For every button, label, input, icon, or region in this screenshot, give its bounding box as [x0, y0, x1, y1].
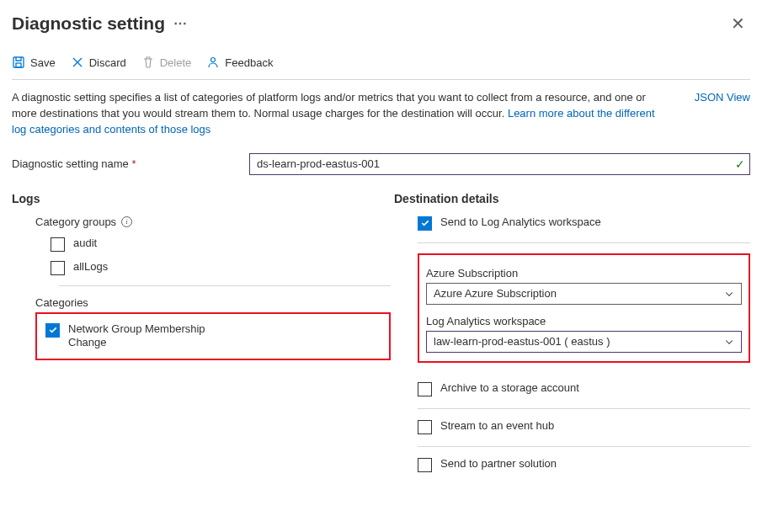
page-title: Diagnostic setting	[12, 13, 165, 34]
subscription-value: Azure Azure Subscription	[434, 287, 557, 300]
discard-button[interactable]: Discard	[71, 54, 126, 71]
checkbox-label: allLogs	[73, 260, 108, 274]
valid-check-icon: ✓	[735, 157, 745, 171]
delete-label: Delete	[160, 56, 192, 69]
checkbox-box	[418, 382, 432, 396]
checkbox-label: Archive to a storage account	[440, 381, 579, 396]
checkbox-box	[418, 458, 432, 472]
checkbox-stream-eventhub[interactable]: Stream to an event hub	[418, 419, 750, 434]
setting-name-label: Diagnostic setting name *	[12, 157, 236, 170]
highlight-law-details: Azure Subscription Azure Azure Subscript…	[418, 253, 750, 363]
discard-icon	[71, 56, 84, 69]
checkbox-box	[51, 237, 65, 252]
checkbox-label: Stream to an event hub	[440, 419, 554, 434]
info-icon[interactable]: i	[121, 216, 132, 227]
chevron-down-icon	[724, 337, 734, 349]
workspace-label: Log Analytics workspace	[426, 315, 742, 327]
checkbox-box	[418, 420, 432, 434]
workspace-value: law-learn-prod-eastus-001 ( eastus )	[434, 335, 610, 348]
categories-label: Categories	[12, 296, 391, 309]
save-label: Save	[30, 56, 56, 69]
close-icon: ✕	[731, 14, 745, 33]
logs-heading: Logs	[12, 192, 391, 205]
checkbox-send-law[interactable]: Send to Log Analytics workspace	[418, 215, 750, 231]
subscription-select[interactable]: Azure Azure Subscription	[426, 283, 742, 305]
delete-icon	[141, 56, 155, 69]
checkbox-label: audit	[73, 237, 97, 251]
checkbox-audit[interactable]: audit	[51, 237, 391, 252]
svg-rect-1	[16, 63, 21, 67]
feedback-icon	[206, 56, 220, 69]
divider	[418, 408, 750, 409]
divider	[418, 446, 750, 447]
workspace-select[interactable]: law-learn-prod-eastus-001 ( eastus )	[426, 331, 742, 353]
save-icon	[12, 56, 25, 69]
delete-button: Delete	[141, 54, 192, 71]
discard-label: Discard	[89, 56, 126, 69]
checkbox-box	[51, 261, 65, 275]
divider	[418, 242, 750, 243]
subscription-label: Azure Subscription	[426, 267, 742, 279]
toolbar: Save Discard Delete Feedback	[12, 54, 750, 80]
category-groups-label: Category groups i	[35, 215, 391, 228]
setting-name-input[interactable]	[249, 153, 750, 175]
chevron-down-icon	[724, 289, 734, 301]
close-button[interactable]: ✕	[726, 12, 750, 35]
more-icon[interactable]: ⋯	[173, 17, 188, 30]
save-button[interactable]: Save	[12, 54, 56, 71]
divider	[59, 285, 391, 286]
svg-rect-0	[13, 57, 24, 67]
highlight-categories: Network Group Membership Change	[35, 312, 391, 361]
checkbox-alllogs[interactable]: allLogs	[51, 260, 391, 275]
checkbox-partner-solution[interactable]: Send to partner solution	[418, 457, 750, 472]
checkbox-box	[45, 323, 60, 338]
checkbox-label: Send to Log Analytics workspace	[440, 215, 601, 230]
description-text: A diagnostic setting specifies a list of…	[12, 90, 660, 138]
checkbox-label: Send to partner solution	[440, 457, 557, 471]
json-view-link[interactable]: JSON View	[695, 90, 750, 138]
checkbox-network-group-membership[interactable]: Network Group Membership Change	[45, 322, 214, 351]
feedback-label: Feedback	[225, 56, 273, 69]
destination-heading: Destination details	[394, 192, 750, 205]
checkbox-box	[418, 216, 432, 231]
feedback-button[interactable]: Feedback	[206, 54, 273, 71]
svg-point-2	[211, 58, 216, 62]
checkbox-label: Network Group Membership Change	[68, 322, 214, 351]
checkbox-archive-storage[interactable]: Archive to a storage account	[418, 381, 750, 396]
